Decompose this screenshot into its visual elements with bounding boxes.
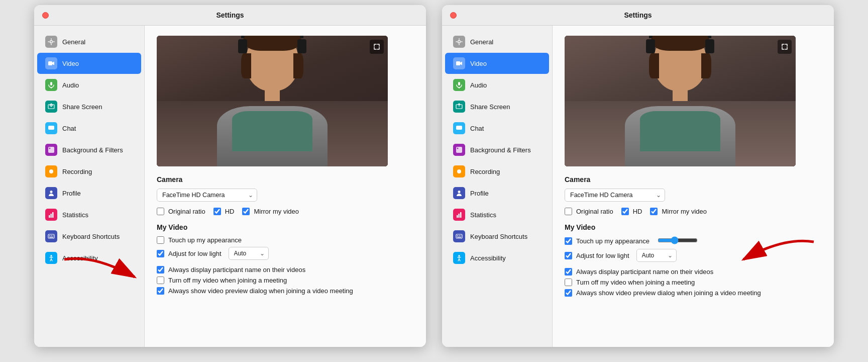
sidebar-label-general-right: General [470,38,493,46]
hd-label-right: HD [633,208,642,215]
sidebar-label-profile-left: Profile [62,190,81,197]
lowlight-dropdown-left[interactable]: Auto Manual [229,247,269,260]
camera-select-wrapper-right[interactable]: FaceTime HD Camera [565,189,665,202]
lowlight-dropdown-right[interactable]: Auto Manual [636,249,677,262]
sidebar-item-statistics-left[interactable]: Statistics [37,204,141,225]
sidebar-item-accessibility-left[interactable]: Accessibility [37,247,141,268]
turnoff-checkbox-right[interactable] [565,279,572,286]
svg-rect-1 [48,61,52,65]
touchup-slider-wrapper-right[interactable] [658,236,698,246]
sidebar-label-profile-right: Profile [470,190,489,197]
sidebar-label-video-right: Video [470,60,487,67]
mirror-row-right: Mirror my video [650,208,707,215]
audio-icon-right [453,79,465,91]
camera-select-wrapper-left[interactable]: FaceTime HD Camera [157,189,257,202]
svg-rect-16 [51,235,52,236]
sidebar-item-audio-right[interactable]: Audio [445,74,549,96]
sidebar-item-keyboard-left[interactable]: Keyboard Shortcuts [37,226,141,247]
preview-dialog-checkbox-right[interactable] [565,289,572,297]
sidebar-item-video-right[interactable]: Video [445,53,549,74]
sidebar-label-recording-right: Recording [470,168,500,175]
sidebar-item-chat-left[interactable]: Chat [37,118,141,139]
preview-expand-button-right[interactable] [778,40,792,54]
close-button-left[interactable] [42,12,49,19]
hd-checkbox-left[interactable] [213,208,221,215]
settings-window-left: Settings General Video [34,5,426,347]
sidebar-item-sharescreen-right[interactable]: Share Screen [445,96,549,117]
sidebar-item-profile-left[interactable]: Profile [37,183,141,204]
sidebar-item-bgfilters-right[interactable]: Background & Filters [445,139,549,160]
original-ratio-checkbox-right[interactable] [565,208,572,215]
mirror-checkbox-left[interactable] [242,208,250,215]
sidebar-item-video-left[interactable]: Video [37,53,141,74]
my-video-section-left: My Video Touch up my appearance Adjust f… [157,223,414,260]
turnoff-checkbox-left[interactable] [157,277,164,284]
display-name-row-right: Always display participant name on their… [565,268,822,276]
sidebar-label-accessibility-left: Accessibility [62,254,98,262]
general-icon-right [453,36,465,48]
display-name-checkbox-right[interactable] [565,268,572,276]
sidebar-item-accessibility-right[interactable]: Accessibility [445,247,549,268]
sidebar-item-statistics-right[interactable]: Statistics [445,204,549,225]
audio-icon [45,79,57,91]
sidebar-item-profile-right[interactable]: Profile [445,183,549,204]
sidebar-item-recording-right[interactable]: Recording [445,161,549,182]
svg-point-30 [457,169,461,173]
hd-checkbox-right[interactable] [621,208,629,215]
title-bar-right: Settings [442,5,834,26]
profile-icon [45,187,57,199]
display-name-label-left: Always display participant name on their… [168,266,305,274]
preview-expand-button-left[interactable] [370,40,384,54]
camera-select-left[interactable]: FaceTime HD Camera [157,189,257,202]
sidebar-label-bgfilters-right: Background & Filters [470,146,531,154]
touchup-checkbox-right[interactable] [565,237,572,245]
accessibility-icon [45,252,57,264]
general-icon [45,36,57,48]
sidebar-item-keyboard-right[interactable]: Keyboard Shortcuts [445,226,549,247]
sidebar-label-chat-left: Chat [62,125,76,132]
accessibility-icon-right [453,252,465,264]
touchup-checkbox-left[interactable] [157,236,164,244]
svg-rect-35 [456,234,462,238]
inline-checkboxes-right: Original ratio HD Mirror my video [565,208,822,218]
preview-dialog-row-right: Always show video preview dialog when jo… [565,289,822,297]
lowlight-select-left[interactable]: Auto Manual [229,247,269,260]
svg-rect-13 [52,212,54,218]
mirror-checkbox-right[interactable] [650,208,658,215]
sidebar-item-general-right[interactable]: General [445,31,549,52]
sidebar-label-sharescreen-right: Share Screen [470,103,510,111]
sidebar-item-audio-left[interactable]: Audio [37,74,141,96]
bgfilters-icon [45,144,57,156]
original-ratio-checkbox-left[interactable] [157,208,164,215]
svg-point-29 [457,148,459,149]
statistics-icon [45,209,57,221]
svg-rect-34 [460,212,462,218]
sidebar-item-chat-right[interactable]: Chat [445,118,549,139]
original-ratio-label-left: Original ratio [168,208,205,215]
close-button-right[interactable] [450,12,457,19]
svg-rect-33 [459,214,460,218]
lowlight-row-left: Adjust for low light Auto Manual [157,247,414,260]
sidebar-label-accessibility-right: Accessibility [470,254,506,262]
display-name-checkbox-left[interactable] [157,266,164,274]
sidebar-item-general-left[interactable]: General [37,31,141,52]
touchup-slider-right[interactable] [658,236,698,244]
mirror-label-left: Mirror my video [254,208,299,215]
svg-rect-18 [49,237,53,238]
sidebar-item-sharescreen-left[interactable]: Share Screen [37,96,141,117]
svg-rect-37 [459,235,460,236]
original-ratio-row-left: Original ratio [157,208,205,215]
lowlight-checkbox-right[interactable] [565,252,572,259]
svg-point-21 [458,41,461,43]
preview-dialog-checkbox-left[interactable] [157,287,164,295]
sidebar-item-recording-left[interactable]: Recording [37,161,141,182]
camera-select-right[interactable]: FaceTime HD Camera [565,189,665,202]
sidebar-label-statistics-left: Statistics [62,211,88,219]
sidebar-label-general-left: General [62,38,85,46]
lowlight-checkbox-left[interactable] [157,250,164,257]
lowlight-select-right[interactable]: Auto Manual [636,249,677,262]
svg-point-9 [49,169,53,173]
sidebar-item-bgfilters-left[interactable]: Background & Filters [37,139,141,160]
my-video-title-right: My Video [565,223,822,231]
turnoff-row-left: Turn off my video when joining a meeting [157,277,414,284]
